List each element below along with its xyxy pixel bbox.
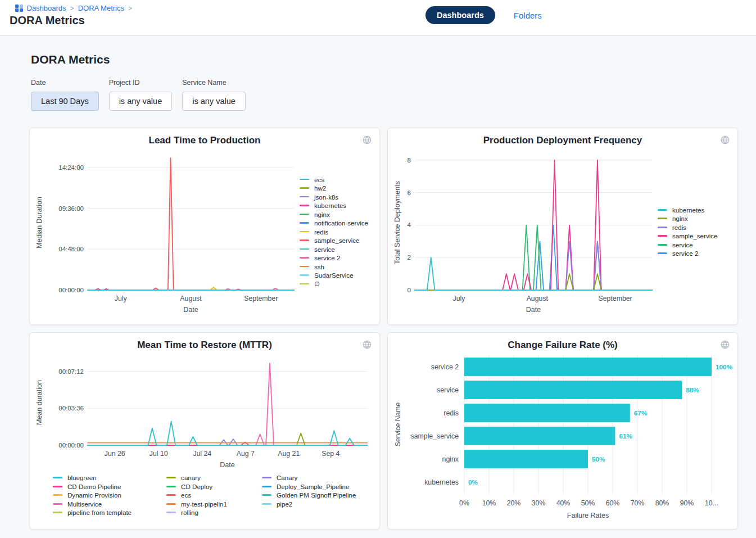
change-failure-rate-bar-chart: 0%10%20%30%40%50%60%70%80%90%10...servic… (392, 352, 738, 522)
legend-item-json-k8s[interactable]: json-k8s (300, 192, 377, 201)
legend-item-ecs[interactable]: ecs (166, 491, 227, 500)
chart-body: 0%10%20%30%40%50%60%70%80%90%10...servic… (388, 351, 737, 522)
svg-text:20%: 20% (507, 499, 521, 507)
svg-text:10...: 10... (705, 499, 718, 507)
tab-dashboards[interactable]: Dashboards (425, 6, 495, 24)
legend-item-redis[interactable]: redis (658, 223, 735, 232)
svg-text:Service Name: Service Name (394, 403, 402, 447)
legend-item-canary[interactable]: canary (166, 473, 227, 482)
svg-text:70%: 70% (631, 499, 645, 507)
svg-text:September: September (599, 295, 632, 302)
series-color-swatch (658, 209, 667, 211)
legend-item-cd-deploy[interactable]: CD Deploy (166, 482, 227, 491)
globe-icon[interactable] (720, 135, 730, 145)
legend-item-my-test-pipelin1[interactable]: my-test-pipelin1 (166, 500, 227, 509)
svg-text:July: July (453, 295, 466, 302)
series-label: kubernetes (314, 202, 346, 209)
legend-item-ecs[interactable]: ecs (300, 175, 377, 184)
chart-body: 00:00:0000:03:3600:07:12Jun 26Jul 10Jul … (30, 351, 379, 517)
series-label: Multiservice (67, 500, 102, 508)
legend-item-cd-demo-pipeline[interactable]: CD Demo Pipeline (53, 482, 132, 491)
series-color-swatch (53, 512, 62, 513)
legend-item-sample-service[interactable]: sample_service (300, 236, 377, 245)
svg-text:2: 2 (408, 254, 411, 261)
legend-item--[interactable]: ∅ (300, 279, 377, 288)
legend-item-notification-service[interactable]: notification-service (300, 219, 377, 228)
legend-item-golden-pm-signoff-pipeline[interactable]: Golden PM Signoff Pipeline (262, 491, 356, 500)
legend-item-sudarservice[interactable]: SudarService (300, 271, 377, 280)
series-label: ssh (314, 263, 324, 270)
breadcrumb-link-dashboards[interactable]: Dashboards (27, 4, 66, 12)
svg-text:50%: 50% (592, 455, 605, 463)
svg-text:Jun 26: Jun 26 (105, 450, 125, 458)
deployment-frequency-line-chart: 02468JulyAugustSeptemberTotal Service De… (392, 147, 658, 316)
svg-text:0%: 0% (459, 499, 469, 507)
svg-text:Jul 10: Jul 10 (150, 450, 168, 458)
globe-icon[interactable] (362, 340, 372, 350)
legend-item-rolling[interactable]: rolling (166, 508, 227, 517)
legend-item-hw2[interactable]: hw2 (300, 184, 377, 193)
svg-text:July: July (115, 295, 128, 302)
svg-text:50%: 50% (581, 499, 595, 507)
series-label: SudarService (314, 272, 354, 279)
lead-time-legend: ecshw2json-k8skubernetesnginxnotificatio… (300, 175, 377, 288)
globe-icon[interactable] (362, 135, 372, 145)
card-header: Lead Time to Production (30, 128, 379, 146)
svg-text:40%: 40% (556, 499, 571, 507)
legend-item-pipe2[interactable]: pipe2 (262, 500, 356, 509)
breadcrumb-separator: > (128, 4, 132, 12)
legend-item-service[interactable]: service (658, 241, 735, 250)
chart-title-lead-time: Lead Time to Production (30, 135, 379, 146)
series-label: nginx (672, 215, 688, 222)
series-color-swatch (262, 486, 271, 487)
chart-card-lead-time: Lead Time to Production 00:00:0004:48:00… (29, 128, 380, 325)
card-header: Production Deployment Frequency (388, 128, 737, 146)
breadcrumb-link-dora-metrics[interactable]: DORA Metrics (78, 4, 124, 12)
series-color-swatch (300, 231, 309, 233)
svg-text:30%: 30% (532, 499, 546, 507)
filter-date-button[interactable]: Last 90 Days (31, 92, 99, 111)
legend-item-service[interactable]: service (300, 245, 377, 254)
series-color-swatch (300, 214, 309, 215)
legend-item-deploy-sample-pipeline[interactable]: Deploy_Sample_Pipeline (262, 482, 356, 491)
svg-text:Jul 24: Jul 24 (193, 450, 211, 458)
legend-item-nginx[interactable]: nginx (658, 214, 735, 223)
series-label: notification-service (314, 219, 368, 227)
legend-item-pipeline-from-template[interactable]: pipeline from template (53, 508, 132, 517)
filter-service-name: Service Name is any value (182, 79, 246, 111)
legend-item-ssh[interactable]: ssh (300, 262, 377, 271)
filter-label-service-name: Service Name (182, 79, 246, 87)
legend-item-bluegreen[interactable]: bluegreen (53, 473, 132, 482)
legend-item-multiservice[interactable]: Multiservice (53, 500, 132, 509)
legend-item-kubernetes[interactable]: kubernetes (658, 206, 735, 215)
svg-text:61%: 61% (619, 432, 632, 440)
series-label: json-k8s (314, 193, 338, 201)
legend-item-service-2[interactable]: service 2 (658, 249, 735, 258)
svg-text:0%: 0% (468, 478, 478, 486)
svg-text:10%: 10% (482, 499, 496, 507)
legend-item-dynamic-provision[interactable]: Dynamic Provision (53, 491, 132, 500)
svg-text:4: 4 (408, 221, 411, 228)
legend-item-nginx[interactable]: nginx (300, 210, 377, 219)
series-color-swatch (300, 266, 309, 268)
series-color-swatch (658, 252, 667, 254)
legend-item-canary[interactable]: Canary (262, 473, 356, 482)
legend-item-service-2[interactable]: service 2 (300, 254, 377, 263)
chart-card-mttr: Mean Time to Restore (MTTR) 00:00:0000:0… (29, 332, 380, 530)
series-label: service (314, 246, 335, 253)
series-label: Deploy_Sample_Pipeline (277, 483, 350, 490)
globe-icon[interactable] (720, 340, 730, 350)
svg-text:Aug 7: Aug 7 (237, 450, 255, 458)
svg-text:August: August (180, 295, 202, 302)
dashboard-content: DORA Metrics Date Last 90 Days Project I… (0, 53, 756, 530)
svg-text:60%: 60% (606, 499, 620, 507)
svg-text:00:00:00: 00:00:00 (58, 442, 84, 449)
filter-service-name-button[interactable]: is any value (182, 92, 246, 111)
tab-folders[interactable]: Folders (510, 10, 545, 21)
legend-item-kubernetes[interactable]: kubernetes (300, 201, 377, 210)
filter-project-id-button[interactable]: is any value (109, 92, 173, 111)
legend-item-redis[interactable]: redis (300, 227, 377, 236)
svg-text:Aug 21: Aug 21 (278, 450, 300, 458)
legend-item-sample-service[interactable]: sample_service (658, 232, 735, 241)
series-label: ecs (181, 491, 191, 499)
